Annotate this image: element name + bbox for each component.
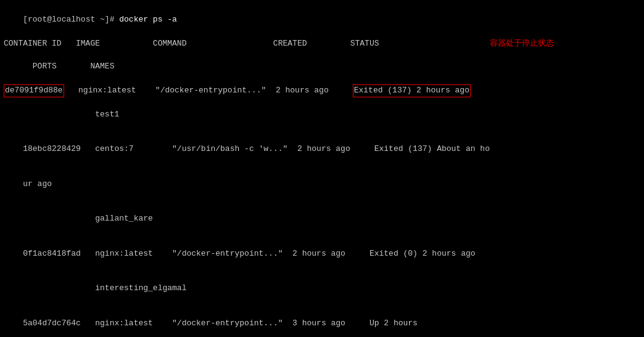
prompt-1: [root@localhost ~]# <box>23 15 119 24</box>
row-2-name: gallant_kare <box>23 214 153 223</box>
header-row-1: CONTAINER ID IMAGE COMMAND CREATED STATU… <box>4 38 640 50</box>
row-1-sub: test1 <box>4 97 640 132</box>
annotation-stop: 容器处于停止状态 <box>490 38 554 49</box>
row-2-extra: ur ago <box>23 179 52 189</box>
row-3-sub: interesting_elgamal <box>4 271 640 306</box>
header-ports-names: PORTS NAMES <box>23 62 114 71</box>
row-3-data: 0f1ac8418fad nginx:latest "/docker-entry… <box>23 249 475 258</box>
status-box-1: Exited (137) 2 hours ago <box>353 84 471 97</box>
row-2-data: 18ebc8228429 centos:7 "/usr/bin/bash -c … <box>23 144 490 153</box>
header-cols: CONTAINER ID IMAGE COMMAND CREATED STATU… <box>4 38 490 50</box>
container-id-box-1: de7091f9d88e <box>4 84 64 97</box>
container-row-1: de7091f9d88e nginx:latest "/docker-entry… <box>4 84 640 97</box>
row-2-name-line: gallant_kare <box>4 201 640 237</box>
row-1-name: test1 <box>23 110 119 119</box>
row-2-sub: ur ago <box>4 167 640 202</box>
terminal-window: [root@localhost ~]# docker ps -a CONTAIN… <box>4 2 640 337</box>
row-3-name: interesting_elgamal <box>23 283 186 293</box>
cmd-line-1: [root@localhost ~]# docker ps -a <box>4 2 640 38</box>
container-row-4: 5a04d7dc764c nginx:latest "/docker-entry… <box>4 306 640 337</box>
header-sub-1: PORTS NAMES <box>4 49 640 84</box>
row-4-data: 5a04d7dc764c nginx:latest "/docker-entry… <box>23 319 418 328</box>
row-1-middle: nginx:latest "/docker-entrypoint..." 2 h… <box>64 85 353 97</box>
container-row-3: 0f1ac8418fad nginx:latest "/docker-entry… <box>4 237 640 272</box>
container-row-2: 18ebc8228429 centos:7 "/usr/bin/bash -c … <box>4 132 640 167</box>
cmd-text-1: docker ps -a <box>119 15 177 24</box>
